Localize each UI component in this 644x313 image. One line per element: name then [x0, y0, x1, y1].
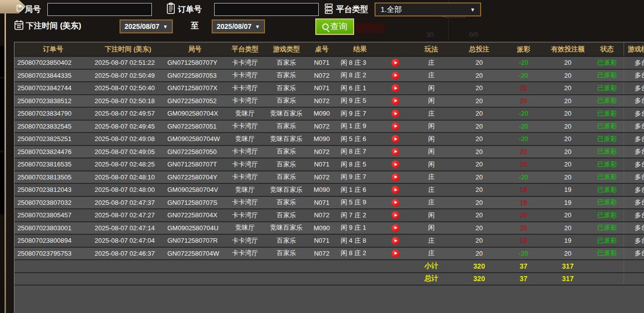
cell-status: 已派彩	[591, 107, 624, 120]
subtotal-total-bet: 320	[456, 260, 502, 273]
cell-result: 闲 5 庄 6	[336, 133, 385, 146]
date-from-select[interactable]: 2025/08/07 ▼	[120, 19, 173, 33]
cell-game-type: 百家乐	[265, 209, 308, 222]
cell-total-bet: 20	[456, 247, 502, 260]
cell-play-type: 庄	[406, 196, 456, 209]
replay-play-icon[interactable]	[391, 224, 399, 232]
round-number-input[interactable]	[47, 3, 152, 16]
cell-bet-time: 2025-08-07 02:47:14	[92, 222, 164, 235]
cell-order-number: 250807023850402	[14, 56, 92, 69]
cell-bet-time: 2025-08-07 02:47:04	[92, 234, 164, 247]
replay-play-icon[interactable]	[391, 59, 399, 67]
cell-round-number: GN0712580707Y	[164, 56, 225, 69]
cell-play-type: 闲	[406, 146, 456, 158]
replay-play-icon[interactable]	[391, 148, 399, 156]
date-from-value: 2025/08/07	[125, 22, 159, 30]
cell-status: 已派彩	[591, 133, 624, 146]
cell-order-number: 250807023813505	[14, 171, 92, 184]
background-blob	[355, 23, 386, 33]
cell-game-mode: 多台	[624, 56, 644, 69]
cell-payout: -20	[502, 120, 545, 133]
cell-game-mode: 多台	[624, 120, 644, 133]
cell-platform: 卡卡湾厅	[225, 209, 265, 222]
cell-table-number: N072	[308, 209, 336, 222]
cell-status: 已派彩	[591, 95, 624, 108]
cell-bet-time: 2025-08-07 02:49:08	[92, 133, 164, 146]
col-header-platform: 平台类型	[225, 42, 265, 56]
cell-valid-bet: 19	[545, 196, 591, 209]
subtotal-valid-bet: 317	[545, 260, 591, 273]
replay-play-icon[interactable]	[391, 186, 399, 194]
cell-order-number: 250807023800894	[14, 234, 92, 247]
cell-table-number: N072	[308, 247, 336, 260]
col-header-total-bet: 总投注	[456, 42, 502, 56]
cell-result: 闲 9 庄 5	[336, 95, 385, 108]
cell-game-mode: 多台	[624, 247, 644, 260]
replay-play-icon[interactable]	[391, 250, 399, 258]
cell-table-number: N071	[308, 56, 336, 69]
order-number-input[interactable]	[214, 3, 319, 16]
cell-valid-bet: 20	[545, 107, 591, 120]
cell-table-number: M090	[308, 107, 336, 120]
query-button[interactable]: 查询	[315, 18, 354, 35]
col-header-valid-bet: 有效投注额	[545, 42, 591, 56]
cell-table-number: N072	[308, 171, 336, 184]
table-row: 250807023850402 2025-08-07 02:51:22 GN07…	[14, 56, 644, 69]
col-header-time: 下注时间 (美东)	[92, 42, 164, 56]
cell-platform: 卡卡湾厅	[225, 247, 265, 260]
cell-payout: -20	[502, 171, 545, 184]
cell-play-type: 闲	[406, 222, 456, 235]
cell-result: 闲 5 庄 9	[336, 196, 385, 209]
cell-valid-bet: 20	[545, 247, 591, 260]
replay-play-icon[interactable]	[391, 123, 399, 131]
replay-play-icon[interactable]	[391, 211, 399, 219]
cell-table-number: N072	[308, 120, 336, 133]
cell-total-bet: 20	[456, 95, 502, 108]
cell-platform: 卡卡湾厅	[225, 158, 265, 171]
cell-game-mode: 多台	[624, 107, 644, 120]
cell-valid-bet: 20	[545, 69, 591, 82]
search-icon	[322, 23, 329, 30]
cell-platform: 卡卡湾厅	[225, 82, 265, 95]
cell-status: 已派彩	[591, 82, 624, 95]
tag-icon	[14, 3, 24, 13]
col-header-order: 订单号	[14, 42, 92, 56]
table-row: 250807023805457 2025-08-07 02:47:27 GN07…	[14, 209, 644, 222]
cell-order-number: 250807023834790	[14, 107, 92, 120]
cell-game-mode: 多台	[624, 183, 644, 196]
cell-game-type: 百家乐	[265, 95, 308, 108]
platform-type-select[interactable]: 1.全部 ▼	[375, 2, 481, 16]
cell-bet-time: 2025-08-07 02:48:00	[92, 183, 164, 196]
platform-type-label: 平台类型	[336, 4, 368, 15]
col-header-payout: 派彩	[502, 42, 545, 56]
replay-play-icon[interactable]	[391, 160, 399, 168]
left-edge-block	[0, 153, 4, 214]
cell-result: 闲 1 庄 6	[336, 183, 385, 196]
replay-play-icon[interactable]	[391, 97, 399, 105]
cell-payout: 20	[502, 209, 545, 222]
replay-play-icon[interactable]	[391, 84, 399, 92]
cell-total-bet: 20	[456, 196, 502, 209]
chevron-down-icon: ▼	[163, 24, 168, 29]
cell-payout: -20	[502, 69, 545, 82]
cell-total-bet: 20	[456, 146, 502, 158]
cell-platform: 卡卡湾厅	[225, 95, 265, 108]
replay-play-icon[interactable]	[391, 72, 399, 80]
grand-total-payout: 37	[502, 273, 545, 286]
cell-game-type: 百家乐	[265, 82, 308, 95]
cell-total-bet: 20	[456, 171, 502, 184]
col-header-table: 桌号	[308, 42, 336, 56]
table-row: 250807023812043 2025-08-07 02:48:00 GM09…	[14, 183, 644, 196]
cell-platform: 竞咪厅	[225, 222, 265, 235]
cell-status: 已派彩	[591, 56, 624, 69]
replay-play-icon[interactable]	[391, 173, 399, 181]
replay-play-icon[interactable]	[391, 237, 399, 245]
replay-play-icon[interactable]	[391, 135, 399, 143]
replay-play-icon[interactable]	[391, 110, 399, 118]
left-edge-block	[0, 46, 4, 77]
table-row: 250807023807032 2025-08-07 02:47:37 GN07…	[14, 196, 644, 209]
cell-total-bet: 20	[456, 82, 502, 95]
replay-play-icon[interactable]	[391, 199, 399, 207]
date-to-select[interactable]: 2025/08/07 ▼	[212, 19, 265, 33]
cell-valid-bet: 20	[545, 120, 591, 133]
